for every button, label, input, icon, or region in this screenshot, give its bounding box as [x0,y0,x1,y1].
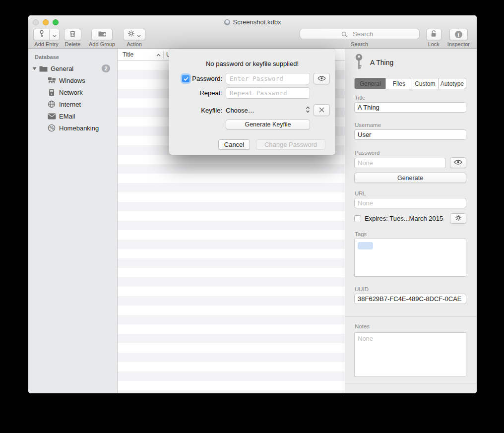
enter-password-input[interactable] [226,73,310,84]
change-password-button[interactable]: Change Password [256,139,325,150]
clear-keyfile-button[interactable] [314,104,330,116]
sidebar-item-network[interactable]: Network [28,86,117,98]
check-icon [184,77,189,81]
expires-settings-button[interactable] [450,213,466,224]
column-header-title[interactable]: Title [118,51,163,58]
sidebar-item-windows[interactable]: Windows [28,74,117,86]
trash-icon [69,30,76,40]
group-count-badge: 2 [102,64,110,72]
chevron-down-icon [53,30,57,39]
notes-field-label: Notes [355,323,466,329]
tab-files[interactable]: Files [386,78,412,89]
eye-icon [317,74,326,83]
toolbar: Add Entry Delete Add Group [28,28,477,49]
stepper-icon [306,106,310,115]
email-icon [47,112,56,121]
sidebar-item-email[interactable]: EMail [28,110,117,122]
url-field[interactable] [354,198,466,208]
sidebar-item-label: Homebanking [59,124,99,132]
change-password-dialog: No password or keyfile supplied! Passwor… [169,49,335,155]
dialog-message: No password or keyfile supplied! [169,60,335,67]
eye-icon [454,158,462,167]
document-proxy-icon [224,19,230,25]
inspector-button[interactable]: i [449,29,468,40]
username-field-label: Username [355,122,466,128]
internet-icon [47,100,56,109]
delete-label: Delete [65,41,81,47]
sidebar-item-internet[interactable]: Internet [28,98,117,110]
sidebar-item-label: Windows [59,77,85,84]
padlock-icon [430,30,438,40]
tab-autotype[interactable]: Autotype [439,78,466,89]
inspector-label: Inspector [447,41,470,47]
key-plus-icon [38,30,45,40]
uuid-field[interactable] [354,294,466,304]
info-icon: i [455,31,462,38]
windows-icon [47,76,56,85]
inspector-panel: A Thing General Files Custom Autotype Ti… [345,49,477,393]
close-x-icon [319,106,324,115]
entry-title: A Thing [370,59,393,66]
sidebar-item-label: General [51,65,73,72]
sidebar-item-homebanking[interactable]: % Homebanking [28,122,117,134]
password-field[interactable] [354,158,446,168]
dialog-password-label: Password: [192,75,222,82]
tab-general[interactable]: General [355,78,386,89]
divider [345,316,477,317]
keyfile-popup[interactable]: Choose… [226,106,310,115]
sidebar-item-label: Internet [59,101,81,108]
add-entry-button[interactable] [33,29,60,40]
add-entry-label: Add Entry [34,41,58,47]
generate-keyfile-button[interactable]: Generate Keyfile [226,120,310,129]
tag-pill[interactable] [358,242,373,249]
titlebar: Screenshot.kdbx Add Entry [28,15,477,49]
add-group-button[interactable] [91,29,113,40]
dialog-keyfile-label: Keyfile: [201,107,222,114]
title-field-label: Title [355,95,466,101]
dialog-repeat-label: Repeat: [199,89,222,97]
inspector-tabs: General Files Custom Autotype [354,78,466,89]
delete-button[interactable] [64,29,81,40]
window-title-bar: Screenshot.kdbx [28,18,477,26]
generate-password-button[interactable]: Generate [354,173,466,183]
tags-field[interactable] [354,239,466,277]
sort-ascending-icon [156,51,161,58]
url-field-label: URL [355,190,466,196]
folder-icon [39,64,48,73]
tab-custom[interactable]: Custom [412,78,439,89]
password-field-label: Password [355,150,466,156]
sidebar-item-general[interactable]: General 2 [28,62,117,74]
sidebar-item-label: EMail [59,113,75,120]
add-group-label: Add Group [89,41,115,47]
tags-field-label: Tags [355,231,466,237]
sidebar-section-header: Database [28,53,117,62]
svg-text:%: % [49,125,54,130]
action-button[interactable] [123,29,145,40]
folder-plus-icon [98,30,107,39]
lock-button[interactable] [426,29,441,40]
gear-icon [127,30,135,39]
username-field[interactable] [354,129,466,140]
sidebar: Database General 2 Windows [28,49,118,393]
disclosure-triangle-icon[interactable] [32,67,37,70]
search-input[interactable] [300,29,420,39]
cancel-button[interactable]: Cancel [218,139,250,150]
reveal-password-button[interactable] [450,157,466,168]
reveal-password-button[interactable] [314,73,330,84]
expires-checkbox[interactable] [354,215,361,222]
expires-label: Expires: Tues...March 2015 [365,215,443,222]
homebanking-icon: % [47,124,56,132]
repeat-password-input[interactable] [226,87,310,99]
search-label: Search [351,41,368,47]
notes-field[interactable] [354,332,466,377]
key-icon [354,54,364,72]
lock-label: Lock [428,41,440,47]
gear-icon [455,214,462,223]
network-icon [47,88,56,97]
password-checkbox[interactable] [182,75,189,82]
window-title: Screenshot.kdbx [233,18,281,26]
chevron-down-icon [137,30,141,39]
title-field[interactable] [354,102,466,113]
divider [345,383,477,383]
sidebar-item-label: Network [59,89,83,96]
